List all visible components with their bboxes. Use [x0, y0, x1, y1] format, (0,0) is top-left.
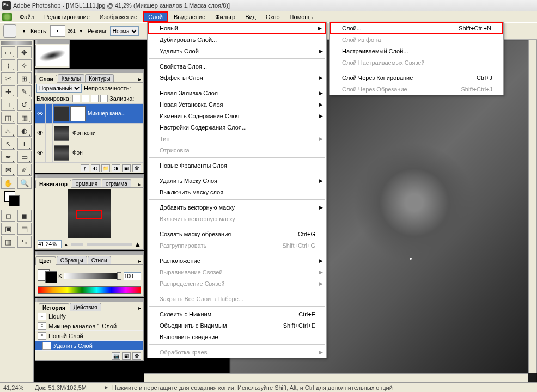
menu-item[interactable]: Слой...Shift+Ctrl+N	[330, 22, 503, 34]
brush-preview-small[interactable]: •	[50, 25, 65, 37]
panel-menu-icon[interactable]: ▸	[136, 258, 143, 264]
menu-select[interactable]: Выделение	[169, 13, 210, 21]
lock-position-icon[interactable]	[91, 95, 99, 102]
shape-tool[interactable]: ▭	[17, 151, 32, 163]
menu-view[interactable]: Вид	[241, 13, 260, 21]
color-swatches[interactable]	[1, 191, 32, 207]
visibility-icon[interactable]: 👁	[35, 110, 45, 118]
heal-tool[interactable]: ✚	[1, 85, 15, 97]
tab-info[interactable]: ормация	[72, 179, 101, 187]
k-value[interactable]	[124, 272, 141, 280]
history-item[interactable]: ≡Новый Слой	[35, 331, 143, 341]
navigator-viewbox[interactable]	[76, 210, 102, 219]
jump-to-icon[interactable]: ⇆	[17, 236, 32, 248]
menu-item[interactable]: Добавить векторную маску▶	[148, 201, 326, 213]
menu-item[interactable]: Удалить Маску Слоя▶	[148, 175, 326, 186]
screen-mode-2-icon[interactable]: ▤	[17, 223, 32, 235]
mode-select[interactable]: Норма	[110, 26, 139, 36]
menu-item[interactable]: Свойства Слоя...	[148, 60, 326, 72]
menu-item[interactable]: Новый▶	[148, 22, 326, 34]
link-cell[interactable]	[45, 143, 53, 162]
delete-icon[interactable]: 🗑	[132, 352, 141, 360]
panel-menu-icon[interactable]: ▸	[136, 181, 143, 187]
path-select-tool[interactable]: ↖	[1, 138, 15, 150]
bg-swatch[interactable]	[45, 271, 57, 283]
menu-file[interactable]: Файл	[15, 13, 39, 21]
layer-row[interactable]: 👁 Фон	[35, 143, 143, 163]
brush-tool[interactable]: ✎	[17, 85, 32, 97]
history-item[interactable]: ≡Liquify	[35, 311, 143, 321]
color-spectrum[interactable]	[38, 286, 141, 294]
visibility-icon[interactable]: 👁	[35, 130, 45, 137]
tab-swatches[interactable]: Образцы	[57, 256, 87, 264]
tab-styles[interactable]: Стили	[88, 256, 111, 264]
lock-all-icon[interactable]	[100, 95, 108, 102]
gradient-tool[interactable]: ▦	[17, 112, 32, 124]
slice-tool[interactable]: ⊞	[17, 72, 32, 84]
horizontal-scrollbar[interactable]	[144, 373, 528, 382]
panel-grip[interactable]	[35, 40, 69, 44]
menu-item[interactable]: Эффекты Слоя▶	[148, 72, 326, 83]
menu-layer[interactable]: Слой	[143, 11, 168, 22]
k-slider[interactable]	[64, 273, 121, 279]
layer-thumbnail[interactable]	[54, 126, 69, 141]
menu-item[interactable]: Новая Установка Слоя▶	[148, 99, 326, 110]
layer-style-icon[interactable]: ƒ	[81, 164, 89, 172]
history-brush-tool[interactable]: ↺	[17, 99, 32, 111]
new-doc-icon[interactable]: ▣	[122, 352, 131, 360]
menu-help[interactable]: Помощь	[285, 13, 318, 21]
history-item[interactable]: ≡Микшер каналов 1 Слой	[35, 321, 143, 331]
standard-mode-icon[interactable]: ◻	[1, 210, 15, 222]
menu-item[interactable]: Новые Фрагменты Слоя	[148, 160, 326, 171]
hand-tool[interactable]: ✋	[1, 177, 15, 189]
eyedropper-tool[interactable]: ✐	[17, 164, 32, 176]
menu-item[interactable]: Новая Заливка Слоя▶	[148, 87, 326, 99]
history-item[interactable]: ▸≡Удалить Слой	[35, 341, 143, 351]
notes-tool[interactable]: ✉	[1, 164, 15, 176]
screen-mode-1-icon[interactable]: ▣	[1, 223, 15, 235]
new-layer-icon[interactable]: ▣	[122, 164, 131, 172]
status-zoom[interactable]: 41,24%	[3, 384, 30, 391]
zoom-tool[interactable]: 🔍	[17, 177, 32, 189]
background-color[interactable]	[9, 195, 20, 206]
vertical-scrollbar[interactable]	[528, 40, 537, 373]
menu-item[interactable]: Склеить с НижнимCtrl+E	[148, 308, 326, 320]
menu-window[interactable]: Окно	[261, 13, 284, 21]
eraser-tool[interactable]: ◫	[1, 112, 15, 124]
zoom-in-icon[interactable]: ▲	[134, 240, 141, 248]
mask-thumbnail[interactable]	[70, 106, 86, 121]
link-cell[interactable]	[45, 104, 53, 123]
menu-image[interactable]: Изображение	[95, 13, 142, 21]
chevron-down-icon[interactable]: ▼	[22, 29, 26, 34]
panel-menu-icon[interactable]: ▸	[136, 76, 143, 82]
chevron-down-icon[interactable]: ▼	[79, 29, 83, 34]
move-tool[interactable]: ✥	[17, 46, 32, 58]
dodge-tool[interactable]: ◐	[17, 125, 32, 137]
blend-mode-select[interactable]: Нормальный	[36, 84, 82, 93]
blur-tool[interactable]: ♨	[1, 125, 15, 137]
menu-item[interactable]: Дублировать Слой...	[148, 34, 326, 45]
menu-item[interactable]: Выполнить сведение	[148, 331, 326, 342]
brush-preview[interactable]	[35, 45, 69, 66]
marquee-tool[interactable]: ▭	[1, 46, 15, 58]
tab-navigator[interactable]: Навигатор	[35, 180, 71, 188]
menu-item[interactable]: Слой Через КопированиеCtrl+J	[330, 72, 503, 83]
menu-item[interactable]: Расположение▶	[148, 255, 326, 266]
delete-icon[interactable]: 🗑	[132, 164, 141, 172]
menu-item[interactable]: Объединить с ВидимымShift+Ctrl+E	[148, 320, 326, 331]
menu-item[interactable]: Удалить Слой▶	[148, 45, 326, 57]
tab-channels[interactable]: Каналы	[58, 74, 85, 82]
tool-preset-icon[interactable]	[3, 24, 16, 38]
status-doc-size[interactable]: Док: 51,3M/102,5M	[35, 384, 100, 391]
tab-actions[interactable]: Действия	[70, 303, 101, 311]
pen-tool[interactable]: ✒	[1, 151, 15, 163]
visibility-icon[interactable]: 👁	[35, 149, 45, 157]
lasso-tool[interactable]: ⌇	[1, 59, 15, 71]
new-set-icon[interactable]: 📁	[101, 164, 110, 172]
adjustment-icon[interactable]: ◑	[112, 164, 120, 172]
link-cell[interactable]	[45, 124, 53, 143]
layer-row[interactable]: 👁 Фон копи	[35, 124, 143, 143]
tab-layers[interactable]: Слои	[35, 75, 57, 83]
stamp-tool[interactable]: ⎍	[1, 99, 15, 111]
tab-color[interactable]: Цвет	[35, 256, 56, 265]
